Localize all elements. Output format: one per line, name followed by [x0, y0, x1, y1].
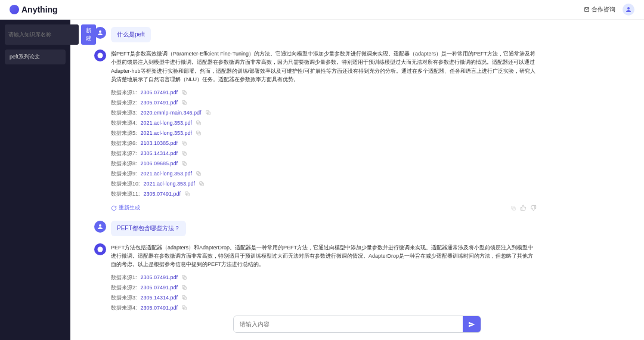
- person-icon: [97, 29, 104, 36]
- copy-icon[interactable]: [181, 295, 187, 301]
- svg-point-1: [99, 30, 101, 33]
- source-label: 数据来源6:: [111, 140, 137, 147]
- user-avatar[interactable]: [623, 4, 634, 16]
- copy-icon[interactable]: [196, 130, 202, 136]
- copy-icon[interactable]: [196, 120, 202, 126]
- source-label: 数据来源4:: [111, 304, 137, 312]
- source-label: 数据来源11:: [111, 190, 140, 198]
- regenerate-button[interactable]: 重新生成: [111, 204, 140, 212]
- bot-message-text: PEFT方法包括适配器（adapters）和AdapterDrop。适配器是一种…: [111, 243, 537, 269]
- send-button[interactable]: [463, 316, 481, 332]
- source-row: 数据来源1:2305.07491.pdf: [111, 274, 537, 282]
- chat-scroll-area: 什么是peft指PEFT是参数高效微调（Parameter-Efficient …: [70, 20, 644, 340]
- logo-icon: [10, 5, 19, 14]
- copy-icon[interactable]: [184, 191, 190, 197]
- bot-msg-avatar: [94, 50, 106, 61]
- user-msg-avatar: [94, 221, 106, 233]
- copy-icon[interactable]: [181, 140, 187, 146]
- message-input[interactable]: [234, 316, 463, 332]
- copy-icon[interactable]: [199, 181, 205, 187]
- source-label: 数据来源3:: [111, 109, 137, 117]
- copy-icon[interactable]: [181, 150, 187, 156]
- partner-link[interactable]: 合作咨询: [584, 5, 615, 14]
- copy-icon[interactable]: [181, 160, 187, 166]
- source-file-link[interactable]: 2305.07491.pdf: [141, 285, 178, 290]
- source-label: 数据来源9:: [111, 170, 137, 178]
- svg-point-0: [627, 7, 630, 10]
- copy-icon[interactable]: [181, 274, 187, 280]
- copy-icon[interactable]: [181, 285, 187, 290]
- source-row: 数据来源11:2305.07491.pdf: [111, 190, 537, 198]
- feedback-actions: [510, 203, 537, 214]
- source-label: 数据来源2:: [111, 99, 137, 107]
- bot-icon: [97, 246, 104, 253]
- app-logo[interactable]: Anything: [10, 5, 58, 14]
- source-file-link[interactable]: 2103.10385.pdf: [141, 140, 178, 146]
- thumbs-up-icon[interactable]: [520, 203, 527, 214]
- source-file-link[interactable]: 2305.07491.pdf: [141, 89, 178, 95]
- main-layout: 新建 peft系列论文 什么是peft指PEFT是参数高效微调（Paramete…: [0, 20, 644, 340]
- svg-point-27: [99, 224, 101, 227]
- source-row: 数据来源6:2103.10385.pdf: [111, 140, 537, 147]
- source-label: 数据来源1:: [111, 274, 137, 282]
- source-label: 数据来源2:: [111, 284, 137, 292]
- app-header: Anything 合作咨询: [0, 0, 644, 20]
- bot-message-text: 指PEFT是参数高效微调（Parameter-Efficient Fine-Tu…: [111, 50, 537, 84]
- copy-icon[interactable]: [205, 110, 211, 116]
- message-row: 指PEFT是参数高效微调（Parameter-Efficient Fine-Tu…: [94, 50, 537, 214]
- message-row: PEFT方法包括适配器（adapters）和AdapterDrop。适配器是一种…: [94, 243, 537, 314]
- copy-icon[interactable]: [181, 89, 187, 95]
- person-icon: [625, 6, 632, 13]
- source-file-link[interactable]: 2021.acl-long.353.pdf: [141, 171, 193, 177]
- source-row: 数据来源10:2021.acl-long.353.pdf: [111, 180, 537, 188]
- copy-response-icon[interactable]: [510, 203, 516, 214]
- message-input-bar: [233, 316, 481, 333]
- user-message-bubble: 什么是peft: [111, 27, 151, 42]
- svg-point-28: [98, 246, 103, 252]
- source-file-link[interactable]: 2305.07491.pdf: [141, 274, 178, 280]
- message-row: PEFT都包含哪些方法？: [94, 221, 537, 236]
- kb-create-row: 新建: [5, 24, 66, 45]
- source-row: 数据来源2:2305.07491.pdf: [111, 284, 537, 292]
- source-label: 数据来源10:: [111, 180, 140, 188]
- source-file-link[interactable]: 2021.acl-long.353.pdf: [141, 130, 193, 136]
- source-label: 数据来源7:: [111, 150, 137, 157]
- thumbs-down-icon[interactable]: [530, 203, 537, 214]
- source-file-link[interactable]: 2305.14314.pdf: [141, 295, 178, 301]
- source-file-link[interactable]: 2305.14314.pdf: [141, 150, 178, 156]
- source-file-link[interactable]: 2106.09685.pdf: [141, 160, 178, 166]
- source-row: 数据来源5:2021.acl-long.353.pdf: [111, 129, 537, 137]
- kb-name-input[interactable]: [5, 24, 79, 45]
- source-row: 数据来源9:2021.acl-long.353.pdf: [111, 170, 537, 178]
- message-row: 什么是peft: [94, 27, 537, 42]
- source-file-link[interactable]: 2020.emnlp-main.346.pdf: [141, 110, 202, 116]
- source-row: 数据来源1:2305.07491.pdf: [111, 89, 537, 97]
- bot-msg-avatar: [94, 243, 106, 255]
- content-area: 什么是peft指PEFT是参数高效微调（Parameter-Efficient …: [70, 20, 644, 340]
- copy-icon[interactable]: [196, 171, 202, 177]
- copy-icon[interactable]: [181, 305, 187, 311]
- source-label: 数据来源8:: [111, 160, 137, 168]
- source-file-link[interactable]: 2305.07491.pdf: [141, 305, 178, 311]
- source-row: 数据来源7:2305.14314.pdf: [111, 150, 537, 157]
- source-row: 数据来源2:2305.07491.pdf: [111, 99, 537, 107]
- send-icon: [468, 321, 475, 328]
- sidebar-item-kb[interactable]: peft系列论文: [5, 50, 66, 64]
- source-label: 数据来源3:: [111, 294, 137, 302]
- source-file-link[interactable]: 2021.acl-long.353.pdf: [144, 181, 196, 187]
- sidebar: 新建 peft系列论文: [0, 20, 70, 340]
- bot-icon: [97, 52, 104, 59]
- source-row: 数据来源8:2106.09685.pdf: [111, 160, 537, 168]
- source-label: 数据来源4:: [111, 119, 137, 127]
- copy-icon[interactable]: [510, 205, 516, 211]
- source-file-link[interactable]: 2305.07491.pdf: [144, 191, 181, 197]
- source-file-link[interactable]: 2021.acl-long.353.pdf: [141, 120, 193, 126]
- person-icon: [97, 223, 104, 230]
- source-file-link[interactable]: 2305.07491.pdf: [141, 100, 178, 106]
- source-row: 数据来源4:2305.07491.pdf: [111, 304, 537, 312]
- message-actions-row: 重新生成: [111, 203, 537, 214]
- copy-icon[interactable]: [181, 100, 187, 106]
- logo-text: Anything: [21, 5, 58, 14]
- source-row: 数据来源3:2305.14314.pdf: [111, 294, 537, 302]
- bot-message-content: 指PEFT是参数高效微调（Parameter-Efficient Fine-Tu…: [111, 50, 537, 214]
